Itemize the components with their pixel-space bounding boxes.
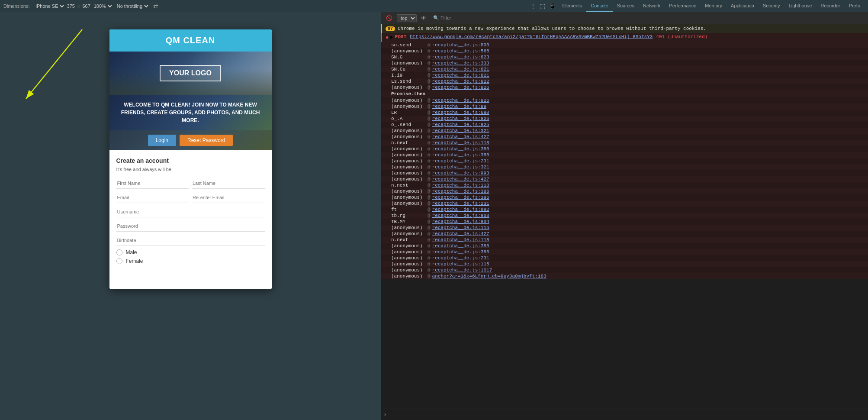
male-radio[interactable] <box>116 249 122 255</box>
trace-link[interactable]: recaptcha__de.js:804 <box>432 219 489 224</box>
trace-row: so.send @ recaptcha__de.js:808 <box>381 42 868 48</box>
trace-link[interactable]: recaptcha__de.js:803 <box>432 213 489 218</box>
trace-link[interactable]: recaptcha__de.js:1017 <box>432 268 492 273</box>
trace-row: (anonymous) @ recaptcha__de.js:333 <box>381 60 868 66</box>
tab-application[interactable]: Application <box>727 0 759 12</box>
trace-link[interactable]: recaptcha__de.js:386 <box>432 195 489 200</box>
trace-link[interactable]: recaptcha__de.js:118 <box>432 237 489 242</box>
trace-row: I.i9 @ recaptcha__de.js:821 <box>381 72 868 78</box>
trace-link[interactable]: recaptcha__de.js:386 <box>432 249 489 255</box>
trace-link[interactable]: recaptcha__de.js:118 <box>432 183 489 188</box>
trace-link[interactable]: recaptcha__de.js:115 <box>432 262 489 267</box>
trace-link[interactable]: recaptcha__de.js:333 <box>432 61 489 66</box>
login-button[interactable]: Login <box>148 135 176 146</box>
trace-link[interactable]: recaptcha__de.js:826 <box>432 98 489 103</box>
zoom-select[interactable]: 100% <box>92 3 113 9</box>
device-toggle-btn[interactable]: 📱 <box>547 2 558 10</box>
female-radio[interactable] <box>116 258 122 264</box>
inspect-btn[interactable]: ⬚ <box>538 2 547 10</box>
first-name-input[interactable] <box>116 178 190 189</box>
trace-link[interactable]: recaptcha__de.js:808 <box>432 42 489 48</box>
tab-performance[interactable]: Performance <box>665 0 701 12</box>
username-input[interactable] <box>116 207 265 217</box>
trace-link[interactable]: recaptcha__de.js:821 <box>432 73 489 78</box>
info-banner: 97 Chrome is moving towards a new experi… <box>381 24 868 33</box>
responsive-icon-btn[interactable]: ⇄ <box>151 2 160 10</box>
trace-link[interactable]: recaptcha__de.js:821 <box>432 67 489 72</box>
filter-btn[interactable]: 🔍 Filter <box>431 14 454 22</box>
birthdate-input[interactable] <box>116 235 265 246</box>
trace-row: n.next @ recaptcha__de.js:118 <box>381 237 868 243</box>
dimensions-text: Dimensions: <box>3 3 30 9</box>
trace-link[interactable]: recaptcha__de.js:89 <box>432 104 486 109</box>
trace-link[interactable]: recaptcha__de.js:231 <box>432 158 489 164</box>
hero-area: YOUR LOGO <box>109 52 272 95</box>
console-prompt: › <box>384 411 386 417</box>
trace-link[interactable]: recaptcha__de.js:823 <box>432 55 489 60</box>
trace-link[interactable]: recaptcha__de.js:321 <box>432 165 489 170</box>
trace-link[interactable]: recaptcha__de.js:118 <box>432 140 489 145</box>
re-email-input[interactable] <box>192 192 265 203</box>
trace-link[interactable]: recaptcha__de.js:427 <box>432 134 489 139</box>
trace-link[interactable]: recaptcha__de.js:386 <box>432 243 489 249</box>
trace-link[interactable]: recaptcha__de.js:992 <box>432 207 489 212</box>
tab-lighthouse[interactable]: Lighthouse <box>784 0 817 12</box>
password-input[interactable] <box>116 221 265 232</box>
tab-security[interactable]: Security <box>759 0 784 12</box>
last-name-input[interactable] <box>192 178 265 189</box>
throttle-select[interactable]: No throttling <box>115 3 150 9</box>
trace-row: (anonymous) @ recaptcha__de.js:321 <box>381 164 868 170</box>
tab-recorder[interactable]: Recorder <box>816 0 844 12</box>
trace-link[interactable]: recaptcha__de.js:386 <box>432 189 489 194</box>
trace-row: (anonymous) @ recaptcha__de.js:321 <box>381 128 868 134</box>
form-subtitle: It's free and always will be. <box>116 167 265 172</box>
trace-link[interactable]: recaptcha__de.js:825 <box>432 122 489 127</box>
trace-link[interactable]: recaptcha__de.js:321 <box>432 128 489 133</box>
tab-perfo[interactable]: Perfo <box>845 0 865 12</box>
trace-row: (anonymous) @ recaptcha__de.js:231 <box>381 200 868 207</box>
trace-link[interactable]: anchor?ar=1&k=6LfnrH_cb=9uy3a0mjbvft:183 <box>432 274 547 279</box>
trace-row: (anonymous) @ recaptcha__de.js:427 <box>381 231 868 237</box>
console-content[interactable]: 97 Chrome is moving towards a new experi… <box>381 24 868 408</box>
trace-link[interactable]: recaptcha__de.js:822 <box>432 79 489 84</box>
context-selector[interactable]: top <box>397 14 417 22</box>
trace-link[interactable]: recaptcha__de.js:427 <box>432 231 489 236</box>
login-section: Login Reset Password <box>109 130 272 150</box>
trace-row: SN.Cu @ recaptcha__de.js:821 <box>381 66 868 72</box>
trace-link[interactable]: recaptcha__de.js:565 <box>432 48 489 54</box>
trace-row: (anonymous) @ recaptcha__de.js:427 <box>381 176 868 182</box>
trace-row: (anonymous) @ recaptcha__de.js:89 <box>381 103 868 110</box>
tab-console[interactable]: Console <box>586 0 612 12</box>
email-input[interactable] <box>116 192 190 203</box>
tab-elements[interactable]: Elements <box>558 0 586 12</box>
gender-female-option[interactable]: Female <box>116 258 265 264</box>
console-input[interactable] <box>389 411 865 417</box>
trace-link[interactable]: recaptcha__de.js:826 <box>432 116 489 121</box>
device-selector[interactable]: iPhone SE <box>34 3 65 9</box>
trace-row: TB.MY @ recaptcha__de.js:804 <box>381 219 868 225</box>
trace-link[interactable]: recaptcha__de.js:680 <box>432 110 489 115</box>
email-row <box>116 192 265 203</box>
trace-link[interactable]: recaptcha__de.js:427 <box>432 177 489 182</box>
gender-male-option[interactable]: Male <box>116 249 265 255</box>
gender-row: Male Female <box>116 249 265 264</box>
clear-console-btn[interactable]: 🚫 <box>384 14 394 22</box>
trace-link[interactable]: recaptcha__de.js:993 <box>432 171 489 176</box>
trace-link[interactable]: recaptcha__de.js:115 <box>432 225 489 230</box>
tab-memory[interactable]: Memory <box>701 0 727 12</box>
trace-link[interactable]: recaptcha__de.js:386 <box>432 152 489 158</box>
error-method: POST <box>395 34 406 39</box>
reset-password-button[interactable]: Reset Password <box>180 135 233 146</box>
more-options-btn[interactable]: ⋮ <box>528 2 538 10</box>
eye-icon-btn[interactable]: 👁 <box>419 14 428 22</box>
trace-link[interactable]: recaptcha__de.js:231 <box>432 201 489 206</box>
error-status: 401 (Unauthorized) <box>656 34 707 39</box>
trace-link[interactable]: recaptcha__de.js:826 <box>432 85 489 90</box>
trace-row: n.next @ recaptcha__de.js:118 <box>381 182 868 188</box>
trace-link[interactable]: recaptcha__de.js:386 <box>432 146 489 152</box>
tab-sources[interactable]: Sources <box>613 0 639 12</box>
tab-network[interactable]: Network <box>639 0 665 12</box>
error-url-link[interactable]: https://www.google.com/recaptcha/api2/pa… <box>410 34 653 39</box>
trace-link[interactable]: recaptcha__de.js:231 <box>432 255 489 261</box>
trace-row: (anonymous) @ recaptcha__de.js:386 <box>381 243 868 249</box>
